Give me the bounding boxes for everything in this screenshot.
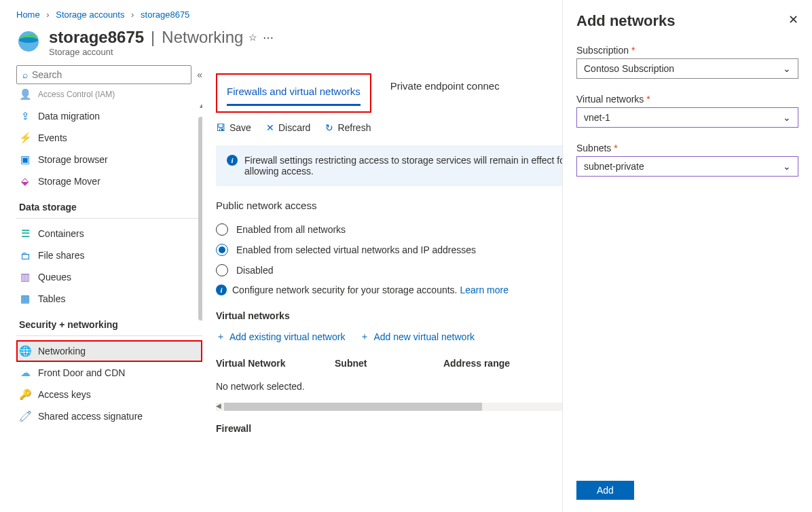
chevron-right-icon: ›: [46, 10, 49, 20]
subnets-select[interactable]: subnet-private⌄: [576, 156, 798, 177]
link-icon: 🧷: [19, 410, 31, 422]
crumb-resource[interactable]: storage8675: [141, 10, 189, 20]
discard-icon: ✕: [266, 122, 274, 133]
group-data-storage: Data storage: [16, 192, 202, 215]
more-icon[interactable]: ⋯: [263, 31, 275, 44]
group-security-networking: Security + networking: [16, 310, 202, 333]
person-icon: 👤: [19, 88, 31, 100]
sidebar-item-access-keys[interactable]: 🔑Access keys: [16, 384, 202, 405]
col-subnet: Subnet: [335, 358, 443, 369]
queues-icon: ▥: [19, 271, 31, 283]
discard-button[interactable]: ✕Discard: [266, 122, 310, 133]
sidebar-item-front-door[interactable]: ☁Front Door and CDN: [16, 362, 202, 384]
subscription-label: Subscription *: [576, 45, 798, 56]
chevron-down-icon: ⌄: [783, 112, 791, 123]
key-icon: 🔑: [19, 388, 31, 401]
sidebar-item-events[interactable]: ⚡Events: [16, 127, 202, 149]
crumb-storage-accounts[interactable]: Storage accounts: [56, 10, 124, 20]
resource-type-label: Storage account: [49, 47, 275, 57]
browser-icon: ▣: [19, 153, 31, 166]
tab-private-endpoints[interactable]: Private endpoint connec: [390, 75, 500, 111]
crumb-home[interactable]: Home: [16, 10, 40, 20]
chevron-down-icon: ⌄: [783, 63, 791, 74]
sidebar-item-containers[interactable]: ☰Containers: [16, 223, 202, 244]
save-icon: 🖫: [216, 122, 225, 133]
sidebar-item-networking[interactable]: 🌐Networking: [16, 340, 202, 362]
info-icon: i: [216, 285, 227, 295]
learn-more-link[interactable]: Learn more: [460, 285, 509, 295]
add-button[interactable]: Add: [576, 481, 634, 500]
fileshare-icon: 🗀: [19, 249, 31, 261]
sidebar-item-storage-browser[interactable]: ▣Storage browser: [16, 149, 202, 170]
sidebar-item-storage-mover[interactable]: ⬙Storage Mover: [16, 170, 202, 192]
virtual-networks-select[interactable]: vnet-1⌄: [576, 107, 798, 128]
subnets-label: Subnets *: [576, 143, 798, 153]
storage-account-icon: [16, 28, 41, 52]
sidebar: ⌕ « ▲ 👤 Access Control (IAM) ⇪Data migra…: [0, 65, 204, 502]
col-address-range: Address range: [443, 358, 510, 369]
sidebar-item-queues[interactable]: ▥Queues: [16, 266, 202, 288]
sidebar-scrollbar[interactable]: [198, 117, 202, 321]
search-input[interactable]: ⌕: [16, 65, 191, 84]
chevron-right-icon: ›: [131, 10, 134, 20]
plus-icon: ＋: [360, 331, 369, 343]
refresh-button[interactable]: ↻Refresh: [325, 122, 371, 133]
add-existing-vnet-button[interactable]: ＋Add existing virtual network: [216, 331, 345, 343]
info-icon: i: [227, 155, 238, 166]
add-new-vnet-button[interactable]: ＋Add new virtual network: [360, 331, 475, 343]
favorite-star-icon[interactable]: ☆: [248, 32, 257, 43]
sidebar-item-file-shares[interactable]: 🗀File shares: [16, 244, 202, 266]
save-button[interactable]: 🖫Save: [216, 122, 251, 133]
close-icon[interactable]: ✕: [788, 12, 798, 27]
globe-icon: 🌐: [19, 345, 31, 357]
cloud-icon: ☁: [19, 367, 31, 379]
page-section: Networking: [162, 28, 243, 47]
add-networks-panel: Add networks ✕ Subscription * Contoso Su…: [562, 0, 812, 512]
chevron-down-icon: ⌄: [783, 161, 791, 172]
plus-icon: ＋: [216, 331, 225, 343]
collapse-sidebar-icon[interactable]: «: [197, 69, 202, 80]
sidebar-item-sas[interactable]: 🧷Shared access signature: [16, 405, 202, 427]
panel-title: Add networks: [576, 12, 675, 30]
tables-icon: ▦: [19, 293, 31, 305]
svg-point-1: [19, 37, 38, 43]
mover-icon: ⬙: [19, 175, 31, 187]
tab-firewalls[interactable]: Firewalls and virtual networks: [227, 80, 361, 106]
migration-icon: ⇪: [19, 110, 31, 122]
lightning-icon: ⚡: [19, 132, 31, 144]
sidebar-item-data-migration[interactable]: ⇪Data migration: [16, 105, 202, 127]
subscription-select[interactable]: Contoso Subscription⌄: [576, 58, 798, 79]
scroll-left-arrow-icon[interactable]: ◀: [216, 402, 221, 409]
containers-icon: ☰: [19, 227, 31, 240]
search-icon: ⌕: [22, 69, 28, 80]
sidebar-item-access-control[interactable]: 👤 Access Control (IAM): [16, 88, 202, 105]
col-virtual-network: Virtual Network: [216, 358, 335, 369]
vnet-label: Virtual networks *: [576, 94, 798, 105]
refresh-icon: ↻: [325, 122, 333, 133]
page-title: storage8675: [49, 28, 144, 47]
sidebar-item-tables[interactable]: ▦Tables: [16, 288, 202, 310]
